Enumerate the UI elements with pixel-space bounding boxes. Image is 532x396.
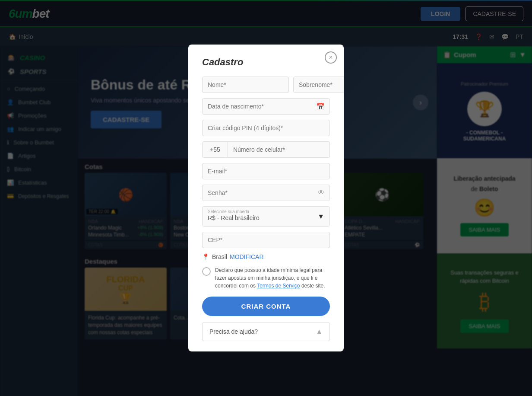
- data-nascimento-input[interactable]: [202, 98, 330, 115]
- ajuda-chevron-icon: ▲: [316, 328, 323, 335]
- registration-modal: Cadastro × 📅 +55 👁 Selecione sua moeda R…: [188, 45, 344, 351]
- modify-location-button[interactable]: MODIFICAR: [230, 253, 264, 260]
- terms-checkbox-row: Declaro que possuo a idade mínima legal …: [202, 266, 330, 290]
- currency-selector[interactable]: Selecione sua moeda R$ - Real brasileiro…: [202, 206, 330, 227]
- currency-value: R$ - Real brasileiro: [208, 214, 260, 221]
- modal-title: Cadastro: [202, 57, 330, 68]
- pin-input[interactable]: [202, 120, 330, 136]
- terms-text: Declaro que possuo a idade mínima legal …: [215, 266, 330, 290]
- ajuda-text: Precisa de ajuda?: [209, 328, 258, 335]
- name-row: [202, 77, 330, 93]
- terms-link[interactable]: Termos de Serviço: [257, 283, 300, 289]
- senha-input[interactable]: [202, 185, 330, 201]
- password-wrap: 👁: [202, 185, 330, 201]
- modal-close-button[interactable]: ×: [325, 51, 337, 64]
- location-row: 📍 Brasil MODIFICAR: [202, 253, 330, 260]
- phone-row: +55: [202, 141, 330, 158]
- nome-input[interactable]: [202, 77, 289, 93]
- phone-input[interactable]: [228, 141, 330, 158]
- calendar-icon: 📅: [316, 102, 325, 111]
- terms-checkbox[interactable]: [202, 267, 211, 276]
- date-field-wrap: 📅: [202, 98, 330, 115]
- currency-label: Selecione sua moeda: [208, 209, 324, 214]
- location-country: Brasil: [212, 253, 227, 260]
- cep-input[interactable]: [202, 232, 330, 248]
- currency-dropdown-icon: ▼: [317, 213, 324, 220]
- modal-overlay: Cadastro × 📅 +55 👁 Selecione sua moeda R…: [0, 0, 532, 396]
- email-input[interactable]: [202, 163, 330, 179]
- sobrenome-input[interactable]: [293, 77, 344, 93]
- phone-code: +55: [202, 141, 228, 158]
- location-pin-icon: 📍: [202, 253, 209, 260]
- help-accordion[interactable]: Precisa de ajuda? ▲: [202, 322, 330, 341]
- eye-icon[interactable]: 👁: [318, 189, 325, 197]
- criar-conta-button[interactable]: CRIAR CONTA: [202, 297, 330, 316]
